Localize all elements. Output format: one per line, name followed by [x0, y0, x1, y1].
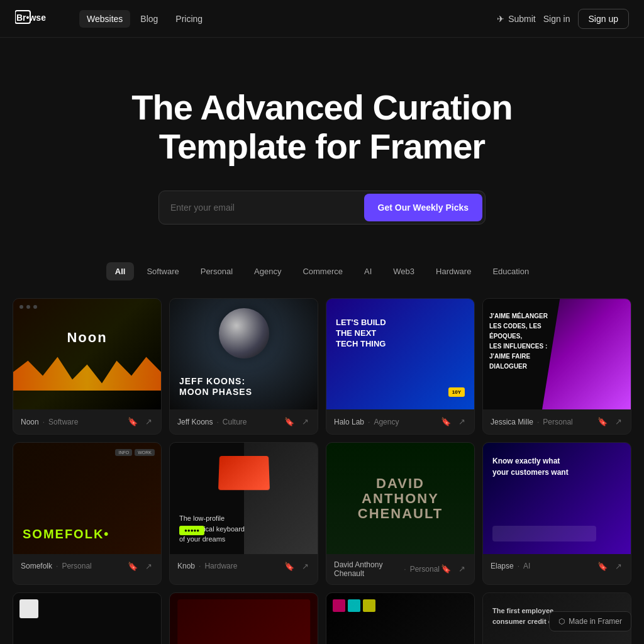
logo: Br•wse [15, 8, 79, 29]
card-david-open[interactable]: ↗ [457, 563, 467, 575]
card-somefolk-open[interactable]: ↗ [144, 560, 153, 572]
signin-button[interactable]: Sign in [543, 14, 570, 24]
card-elapse[interactable]: Know exactly whatyour customers want Ela… [482, 442, 631, 584]
signup-button[interactable]: Sign up [578, 9, 629, 29]
card-noon-category: Software [48, 418, 78, 426]
card-somefolk-title: Somefolk [21, 562, 52, 570]
card-jeffkoons-bookmark[interactable]: 🔖 [283, 416, 296, 428]
card-noon[interactable]: Noon Noon · Software 🔖 ↗ [13, 298, 162, 435]
nav-right: ✈ Submit Sign in Sign up [497, 9, 629, 29]
card-david-title: David Anthony Chenault [334, 560, 400, 578]
card-noon-title: Noon [21, 418, 39, 426]
card-noon-open[interactable]: ↗ [144, 416, 153, 428]
card-jessica-open[interactable]: ↗ [614, 416, 623, 428]
submit-icon: ✈ [497, 14, 504, 24]
card-somefolk-category: Personal [62, 562, 91, 570]
card-somefolk[interactable]: INFO WORK SOMEFOLK• Somefolk · Personal … [13, 442, 162, 584]
filter-bar: All Software Personal Agency Commerce AI… [0, 262, 644, 298]
card-halolab-open[interactable]: ↗ [457, 416, 467, 428]
nav-websites[interactable]: Websites [79, 10, 130, 28]
card-studioa[interactable]: Studio A Studio A · Agency 🔖 ↗ [13, 592, 162, 644]
card-david-category: Personal [410, 565, 440, 574]
nav-pricing[interactable]: Pricing [168, 10, 210, 28]
nav-blog[interactable]: Blog [133, 10, 165, 28]
email-form: Get Our Weekly Picks [158, 191, 486, 225]
card-knob-category: Hardware [204, 562, 237, 570]
card-knob-open[interactable]: ↗ [301, 560, 310, 572]
filter-education[interactable]: Education [484, 262, 538, 280]
card-jessica[interactable]: J'AIME MÉLANGERLES CODES, LESÉPOQUES,LES… [482, 298, 631, 435]
card-knob[interactable]: The low-profilemechanical keyboardof you… [169, 442, 318, 584]
card-ferrari[interactable]: FERRAR! Ferrari · Culture 🔖 ↗ [169, 592, 318, 644]
card-elapse-title: Elapse [491, 562, 514, 570]
card-jessica-category: Personal [543, 418, 572, 426]
hero-headline: The Advanced Curation Template for Frame… [102, 88, 542, 165]
filter-ai[interactable]: AI [355, 262, 380, 280]
filter-agency[interactable]: Agency [245, 262, 290, 280]
framer-icon: ⬡ [558, 617, 565, 626]
card-elapse-bookmark[interactable]: 🔖 [596, 560, 609, 572]
filter-software[interactable]: Software [138, 262, 187, 280]
card-jessica-bookmark[interactable]: 🔖 [596, 416, 609, 428]
card-elapse-open[interactable]: ↗ [614, 560, 623, 572]
card-jeffkoons-category: Culture [223, 418, 247, 426]
svg-text:Br•wse: Br•wse [16, 13, 46, 23]
card-knob-bookmark[interactable]: 🔖 [283, 560, 296, 572]
filter-web3[interactable]: Web3 [384, 262, 423, 280]
card-halolab[interactable]: LET'S BUILDTHE NEXTTECH THING 10Y Halo L… [326, 298, 475, 435]
card-halolab-category: Agency [374, 418, 399, 426]
card-jeffkoons[interactable]: JEFF KOONS:MOON PHASES Jeff Koons · Cult… [169, 298, 318, 435]
filter-personal[interactable]: Personal [192, 262, 242, 280]
navbar: Br•wse Websites Blog Pricing ✈ Submit Si… [0, 0, 644, 38]
card-jessica-title: Jessica Mille [491, 418, 533, 426]
card-noon-bookmark[interactable]: 🔖 [126, 416, 139, 428]
submit-button[interactable]: ✈ Submit [497, 14, 536, 24]
card-jeffkoons-title: Jeff Koons [177, 418, 213, 426]
email-input[interactable] [159, 194, 362, 221]
card-somefolk-bookmark[interactable]: 🔖 [126, 560, 139, 572]
card-halolab-title: Halo Lab [334, 418, 364, 426]
card-knob-title: Knob [177, 562, 195, 570]
card-2023[interactable]: 2023 2023 · Design 🔖 ↗ [326, 592, 475, 644]
filter-commerce[interactable]: Commerce [294, 262, 352, 280]
hero-section: The Advanced Curation Template for Frame… [0, 38, 644, 262]
filter-hardware[interactable]: Hardware [427, 262, 480, 280]
card-david-bookmark[interactable]: 🔖 [440, 563, 452, 575]
card-elapse-category: AI [523, 562, 530, 570]
framer-badge: ⬡ Made in Framer [549, 611, 631, 631]
cta-button[interactable]: Get Our Weekly Picks [364, 194, 482, 221]
filter-all[interactable]: All [106, 262, 135, 280]
card-jeffkoons-open[interactable]: ↗ [301, 416, 310, 428]
nav-links: Websites Blog Pricing [79, 10, 210, 28]
cards-grid: Noon Noon · Software 🔖 ↗ JEFF KOONS:MOON… [0, 298, 644, 644]
card-halolab-bookmark[interactable]: 🔖 [440, 416, 452, 428]
card-david[interactable]: DAVIDANTHONYCHENAULT David Anthony Chena… [326, 442, 475, 584]
